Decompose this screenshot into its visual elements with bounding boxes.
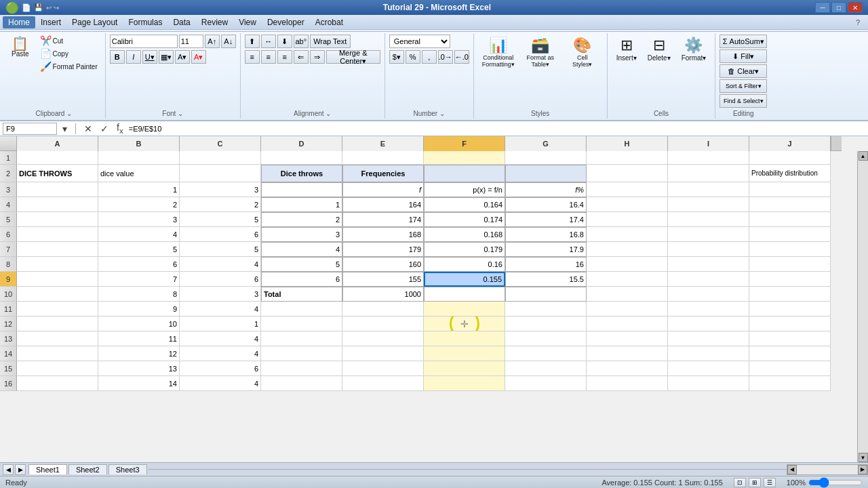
vertical-scrollbar[interactable]: ▲ ▼: [857, 151, 868, 462]
cell-g6[interactable]: 16.8: [505, 227, 587, 242]
cell-e5[interactable]: 174: [342, 212, 424, 227]
page-layout-button[interactable]: ⊞: [749, 478, 761, 487]
cell-d3[interactable]: [261, 182, 342, 197]
cell-e7[interactable]: 179: [342, 242, 424, 257]
cell-b6[interactable]: 4: [98, 227, 180, 242]
cell-d13[interactable]: [261, 331, 342, 346]
cell-j16[interactable]: [749, 376, 831, 391]
cell-j9[interactable]: [749, 272, 831, 287]
cell-c13[interactable]: 4: [180, 331, 261, 346]
cell-c2[interactable]: [180, 165, 261, 182]
cell-b2[interactable]: dice value: [98, 165, 180, 182]
fill-button[interactable]: ⬇ Fill▾: [719, 49, 767, 63]
cell-d8[interactable]: 5: [261, 257, 342, 272]
row-num-10[interactable]: 10: [0, 287, 17, 302]
row-num-7[interactable]: 7: [0, 242, 17, 257]
wrap-text-button[interactable]: Wrap Text: [310, 35, 351, 48]
row-num-16[interactable]: 16: [0, 376, 17, 391]
cell-i7[interactable]: [668, 242, 749, 257]
confirm-formula-icon[interactable]: ✓: [98, 123, 111, 134]
number-format-select[interactable]: General Number Currency Percentage: [389, 35, 450, 48]
insert-button[interactable]: ⊞ Insert▾: [612, 35, 642, 64]
cell-h2[interactable]: [587, 165, 668, 182]
cell-f15[interactable]: [424, 361, 505, 376]
cell-c11[interactable]: 4: [180, 302, 261, 317]
menu-developer[interactable]: Developer: [262, 16, 310, 28]
cell-g8[interactable]: 16: [505, 257, 587, 272]
menu-acrobat[interactable]: Acrobat: [310, 16, 349, 28]
expand-formula-bar-icon[interactable]: ▾: [60, 123, 70, 134]
cell-e2[interactable]: Frequencies: [342, 165, 424, 182]
conditional-formatting-button[interactable]: 📊 Conditional Formatting▾: [478, 35, 519, 70]
cell-e12[interactable]: [342, 317, 424, 331]
cell-a13[interactable]: [17, 331, 98, 346]
sheet-tab-2[interactable]: Sheet2: [68, 464, 107, 474]
cell-g2[interactable]: [505, 165, 587, 182]
cell-h1[interactable]: [587, 151, 668, 165]
row-num-6[interactable]: 6: [0, 227, 17, 242]
cell-f9[interactable]: 0.155: [424, 272, 505, 287]
increase-decimal-button[interactable]: .0→: [438, 50, 453, 64]
cell-d9[interactable]: 6: [261, 272, 342, 287]
cell-d4[interactable]: 1: [261, 197, 342, 212]
menu-insert[interactable]: Insert: [35, 16, 66, 28]
delete-button[interactable]: ⊟ Delete▾: [643, 35, 675, 64]
cell-c9[interactable]: 6: [180, 272, 261, 287]
menu-page-layout[interactable]: Page Layout: [66, 16, 123, 28]
scroll-right-button[interactable]: ▶: [858, 465, 867, 474]
insert-function-icon[interactable]: fx: [114, 122, 126, 135]
cell-h7[interactable]: [587, 242, 668, 257]
copy-button[interactable]: 📄 Copy: [37, 47, 101, 60]
cell-b1[interactable]: [98, 151, 180, 165]
row-num-14[interactable]: 14: [0, 346, 17, 361]
cell-b7[interactable]: 5: [98, 242, 180, 257]
clear-button[interactable]: 🗑 Clear▾: [719, 64, 767, 78]
cell-c7[interactable]: 5: [180, 242, 261, 257]
cell-i12[interactable]: [668, 317, 749, 331]
cell-g13[interactable]: [505, 331, 587, 346]
cell-a9[interactable]: [17, 272, 98, 287]
col-header-a[interactable]: A: [17, 136, 98, 151]
row-num-12[interactable]: 12: [0, 317, 17, 331]
cell-j2[interactable]: Probability distribution: [749, 165, 831, 182]
sort-filter-button[interactable]: Sort & Filter▾: [719, 79, 767, 93]
align-center-button[interactable]: ≡: [261, 50, 276, 64]
page-break-button[interactable]: ☰: [764, 478, 776, 487]
col-header-j[interactable]: J: [749, 136, 831, 151]
underline-button[interactable]: U▾: [142, 50, 157, 64]
cell-g7[interactable]: 17.9: [505, 242, 587, 257]
col-header-g[interactable]: G: [505, 136, 587, 151]
cell-a1[interactable]: [17, 151, 98, 165]
cell-b15[interactable]: 13: [98, 361, 180, 376]
cell-h9[interactable]: [587, 272, 668, 287]
cell-c15[interactable]: 6: [180, 361, 261, 376]
decrease-indent-button[interactable]: ⇐: [294, 50, 309, 64]
cell-f2[interactable]: [424, 165, 505, 182]
bold-button[interactable]: B: [110, 50, 125, 64]
formula-input[interactable]: [129, 123, 865, 135]
cell-j4[interactable]: [749, 197, 831, 212]
cell-g9[interactable]: 15.5: [505, 272, 587, 287]
autosum-button[interactable]: Σ AutoSum▾: [719, 35, 767, 48]
horizontal-scrollbar[interactable]: ◀ ▶: [787, 464, 868, 475]
cell-c8[interactable]: 4: [180, 257, 261, 272]
cell-e11[interactable]: [342, 302, 424, 317]
cell-j10[interactable]: [749, 287, 831, 302]
cell-j7[interactable]: [749, 242, 831, 257]
cell-c14[interactable]: 4: [180, 346, 261, 361]
cell-a12[interactable]: [17, 317, 98, 331]
cell-reference-input[interactable]: [3, 123, 57, 135]
font-color-button[interactable]: A▾: [191, 50, 206, 64]
minimize-button[interactable]: ─: [815, 2, 830, 13]
row-num-2[interactable]: 2: [0, 165, 17, 182]
cell-c5[interactable]: 5: [180, 212, 261, 227]
cell-f12[interactable]: ✛: [424, 317, 505, 331]
border-button[interactable]: ▦▾: [159, 50, 174, 64]
cell-e1[interactable]: [342, 151, 424, 165]
cell-i6[interactable]: [668, 227, 749, 242]
cell-i1[interactable]: [668, 151, 749, 165]
cell-a3[interactable]: [17, 182, 98, 197]
scroll-left-button[interactable]: ◀: [787, 465, 797, 474]
cell-b13[interactable]: 11: [98, 331, 180, 346]
cell-d11[interactable]: [261, 302, 342, 317]
